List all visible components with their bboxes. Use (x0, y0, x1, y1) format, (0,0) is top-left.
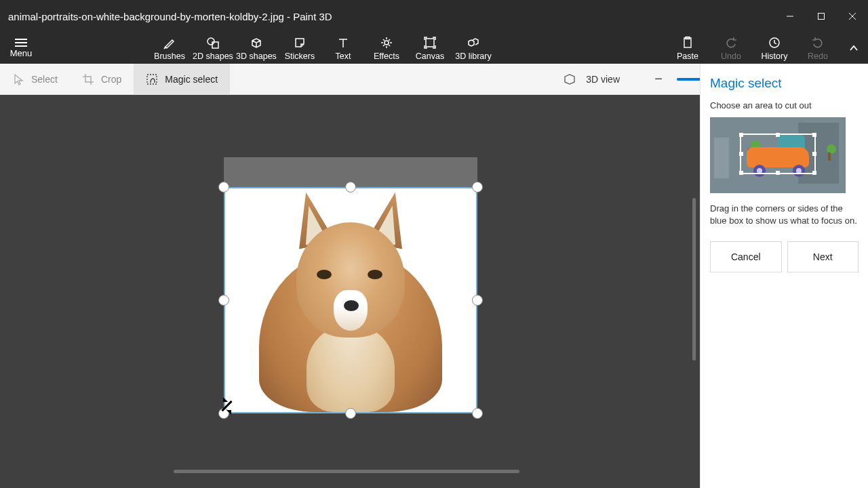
cancel-button[interactable]: Cancel (710, 241, 782, 272)
brush-icon (163, 36, 176, 49)
minimize-button[interactable] (774, 0, 806, 33)
paste-icon (681, 36, 694, 49)
tool-canvas[interactable]: Canvas (408, 33, 452, 64)
menu-button[interactable]: Menu (0, 33, 42, 64)
side-panel: Magic select Choose an area to cut out D… (700, 64, 868, 488)
maximize-button[interactable] (806, 0, 837, 33)
select-button[interactable]: Select (0, 64, 70, 94)
chevron-up-icon (848, 43, 859, 54)
menu-label: Menu (10, 48, 33, 58)
selection-handle-e[interactable] (472, 295, 483, 306)
svg-rect-7 (426, 39, 434, 47)
redo-icon (811, 36, 825, 49)
view-3d-icon (563, 73, 576, 85)
close-button[interactable] (837, 0, 868, 33)
view-3d-label[interactable]: 3D view (586, 74, 620, 85)
svg-point-6 (384, 41, 389, 45)
window-title: animal-portraits-on-white-background-by-… (8, 11, 332, 22)
library-3d-icon (467, 36, 480, 49)
stickers-icon (293, 36, 307, 49)
tool-stickers[interactable]: Stickers (278, 33, 321, 64)
hamburger-icon (15, 39, 27, 47)
selection-box[interactable] (224, 187, 477, 413)
tool-2d-shapes[interactable]: 2D shapes (191, 33, 235, 64)
vertical-scrollbar[interactable] (692, 198, 696, 361)
canvas-icon (423, 36, 437, 49)
zoom-out-button[interactable]: − (650, 71, 667, 87)
paste-button[interactable]: Paste (666, 33, 709, 64)
undo-icon (724, 36, 738, 49)
selection-handle-w[interactable] (218, 295, 229, 306)
selection-handle-ne[interactable] (472, 182, 483, 192)
shapes-2d-icon (206, 36, 220, 49)
crop-icon (82, 73, 94, 85)
shapes-3d-icon (250, 36, 263, 49)
effects-icon (380, 36, 393, 49)
selection-handle-n[interactable] (345, 182, 356, 192)
canvas-workspace[interactable] (0, 95, 700, 488)
tool-effects[interactable]: Effects (365, 33, 408, 64)
tool-brushes[interactable]: Brushes (148, 33, 191, 64)
panel-title: Magic select (710, 76, 859, 91)
svg-rect-5 (212, 42, 218, 48)
history-icon (768, 36, 781, 49)
redo-button[interactable]: Redo (796, 33, 840, 64)
selection-handle-se[interactable] (472, 408, 483, 419)
svg-point-4 (208, 38, 214, 45)
tool-text[interactable]: Text (321, 33, 365, 64)
horizontal-scrollbar[interactable] (174, 470, 519, 473)
tool-3d-library[interactable]: 3D library (452, 33, 495, 64)
resize-cursor-icon (221, 400, 233, 412)
tool-3d-shapes[interactable]: 3D shapes (235, 33, 278, 64)
cursor-icon (12, 73, 24, 85)
text-icon (336, 36, 350, 49)
selection-handle-nw[interactable] (218, 182, 229, 192)
ribbon-toolbar: Menu Brushes 2D shapes 3D shapes Sticker… (0, 33, 868, 64)
selection-handle-s[interactable] (345, 408, 356, 419)
history-button[interactable]: History (753, 33, 796, 64)
next-button[interactable]: Next (787, 241, 859, 272)
svg-rect-1 (818, 14, 825, 20)
panel-illustration (710, 117, 846, 193)
magic-select-icon (146, 73, 158, 85)
magic-select-button[interactable]: Magic select (134, 64, 230, 94)
crop-button[interactable]: Crop (70, 64, 134, 94)
collapse-ribbon-button[interactable] (840, 33, 868, 64)
title-bar: animal-portraits-on-white-background-by-… (0, 0, 868, 33)
panel-description: Drag in the corners or sides of the blue… (710, 203, 859, 226)
canvas-image (225, 188, 476, 412)
panel-subtitle: Choose an area to cut out (710, 100, 859, 110)
undo-button[interactable]: Undo (709, 33, 753, 64)
